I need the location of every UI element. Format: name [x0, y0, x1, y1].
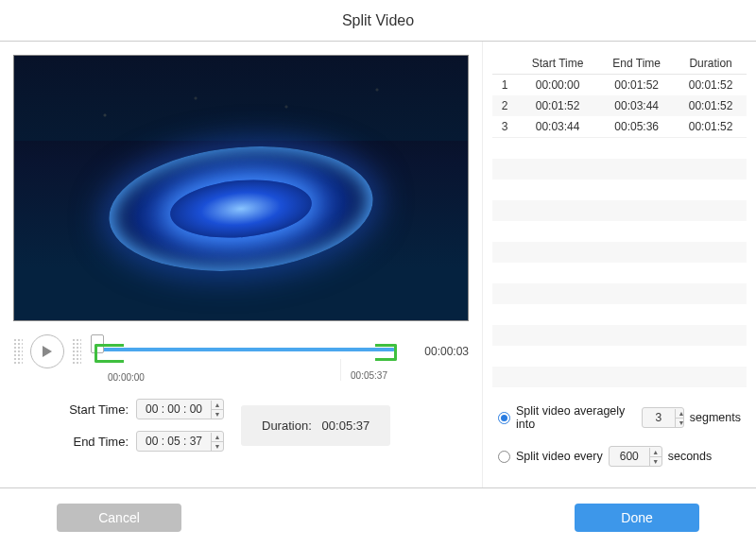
footer: Cancel Done	[0, 487, 756, 546]
cancel-button[interactable]: Cancel	[57, 504, 181, 532]
start-time-stepper[interactable]: ▲▼	[211, 401, 223, 419]
table-cell: 00:00:00	[517, 75, 598, 96]
table-row[interactable]: 300:03:4400:05:3600:01:52	[492, 116, 747, 137]
table-cell: 00:03:44	[598, 95, 675, 116]
table-cell: 2	[492, 95, 517, 116]
start-time-spinner[interactable]: ▲▼	[136, 399, 224, 419]
every-seconds-spinner[interactable]: ▲▼	[609, 446, 662, 467]
table-cell: 00:05:36	[598, 116, 675, 137]
video-preview[interactable]	[13, 55, 469, 321]
elapsed-time: 00:00:03	[410, 345, 469, 358]
end-time-spinner[interactable]: ▲▼	[136, 431, 224, 452]
option-every[interactable]: Split video every ▲▼ seconds	[498, 446, 741, 467]
table-row[interactable]: 200:01:5200:03:4400:01:52	[492, 95, 747, 116]
timeline-start-label: 00:00:00	[94, 359, 576, 383]
end-time-label: End Time:	[60, 435, 129, 449]
duration-box: Duration: 00:05:37	[241, 405, 390, 446]
start-time-input[interactable]	[137, 401, 211, 418]
preview-subject	[104, 136, 378, 282]
segments-header-row: Start Time End Time Duration	[492, 53, 747, 75]
table-cell: 00:01:52	[517, 95, 598, 116]
radio-average[interactable]	[498, 412, 510, 424]
option-average-post: segments	[690, 411, 741, 424]
start-time-label: Start Time:	[60, 402, 129, 417]
left-panel: 00:00:00 00:05:37 00:00:03 Start Time: ▲…	[0, 42, 482, 487]
duration-label: Duration:	[262, 419, 312, 433]
end-time-field: End Time: ▲▼	[60, 431, 224, 452]
grip-right-icon	[72, 338, 81, 365]
segments-table: Start Time End Time Duration 100:00:0000…	[492, 53, 747, 137]
table-cell: 00:03:44	[517, 116, 598, 137]
table-empty-area	[492, 137, 747, 387]
table-cell: 00:01:52	[675, 75, 747, 96]
preview-background	[14, 56, 468, 141]
table-row[interactable]: 100:00:0000:01:5200:01:52	[492, 75, 747, 96]
col-duration: Duration	[675, 53, 747, 75]
start-time-field: Start Time: ▲▼	[60, 399, 224, 419]
every-seconds-stepper[interactable]: ▲▼	[649, 448, 662, 466]
option-every-pre: Split video every	[516, 450, 603, 463]
play-button[interactable]	[30, 334, 64, 368]
table-cell: 00:01:52	[675, 95, 747, 116]
end-time-input[interactable]	[137, 433, 211, 450]
grip-left-icon	[13, 338, 23, 365]
option-every-post: seconds	[668, 450, 713, 463]
col-start: Start Time	[517, 53, 598, 75]
time-controls: Start Time: ▲▼ End Time: ▲▼ Duration:	[60, 399, 469, 452]
timeline-bar	[96, 348, 395, 351]
dialog-title: Split Video	[0, 0, 756, 42]
average-count-stepper[interactable]: ▲▼	[675, 409, 684, 427]
duration-value: 00:05:37	[322, 419, 370, 433]
table-cell: 3	[492, 116, 517, 137]
option-average-pre: Split video averagely into	[516, 404, 636, 431]
col-index	[492, 53, 517, 75]
average-count-input[interactable]	[643, 409, 675, 426]
split-options: Split video averagely into ▲▼ segments S…	[492, 387, 747, 487]
done-button[interactable]: Done	[575, 504, 699, 532]
table-cell: 1	[492, 75, 517, 96]
timeline-track[interactable]: 00:00:00 00:05:37	[89, 331, 403, 372]
end-time-stepper[interactable]: ▲▼	[211, 433, 223, 451]
option-average[interactable]: Split video averagely into ▲▼ segments	[498, 404, 741, 431]
table-cell: 00:01:52	[598, 75, 675, 96]
timeline-end-label: 00:05:37	[340, 359, 397, 381]
timeline-row: 00:00:00 00:05:37 00:00:03	[13, 331, 469, 372]
col-end: End Time	[598, 53, 675, 75]
table-cell: 00:01:52	[675, 116, 747, 137]
radio-every[interactable]	[498, 451, 510, 463]
right-panel: Start Time End Time Duration 100:00:0000…	[482, 42, 756, 487]
every-seconds-input[interactable]	[610, 448, 649, 465]
average-count-spinner[interactable]: ▲▼	[642, 407, 684, 428]
play-icon	[41, 345, 54, 358]
main-content: 00:00:00 00:05:37 00:00:03 Start Time: ▲…	[0, 42, 756, 487]
